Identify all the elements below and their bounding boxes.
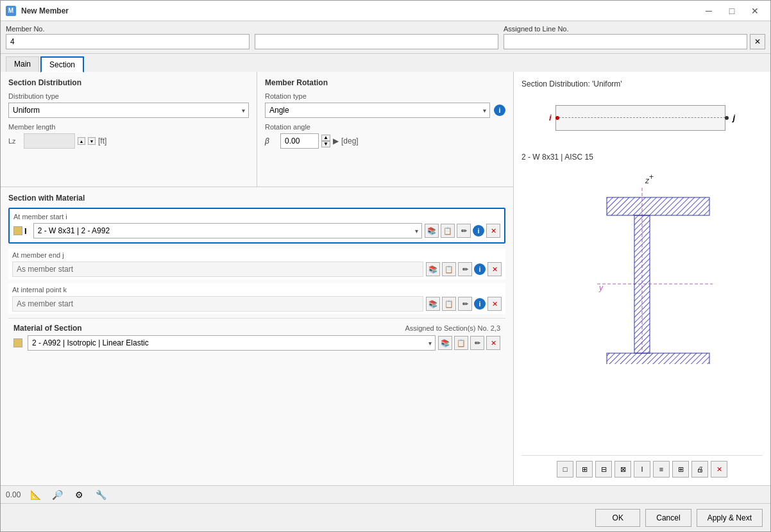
- view-btn-9[interactable]: ✕: [711, 461, 727, 478]
- top-fields: Member No. Assigned to Line No. ✕: [1, 21, 770, 54]
- lz-input[interactable]: [24, 133, 75, 149]
- at-internal-input: [12, 296, 423, 312]
- lz-down-button[interactable]: ▼: [88, 137, 96, 145]
- internal-delete-button[interactable]: ✕: [487, 297, 502, 311]
- cancel-button[interactable]: Cancel: [645, 509, 691, 527]
- assigned-group: Assigned to Line No. ✕: [504, 25, 765, 49]
- ok-button[interactable]: OK: [595, 509, 640, 527]
- start-edit-button[interactable]: ✏: [457, 224, 471, 238]
- end-info-icon[interactable]: i: [474, 263, 486, 275]
- material-header: Material of Section Assigned to Section(…: [13, 324, 500, 333]
- start-info-icon[interactable]: i: [473, 225, 484, 237]
- start-library-button[interactable]: 📚: [425, 224, 439, 238]
- svg-rect-7: [634, 215, 650, 353]
- middle-input[interactable]: [255, 34, 498, 49]
- end-delete-button[interactable]: ✕: [487, 262, 502, 276]
- assigned-row: ✕: [504, 34, 765, 49]
- middle-label: [255, 25, 498, 33]
- start-delete-button[interactable]: ✕: [486, 224, 500, 238]
- material-icons: 📚 📋 ✏ ✕: [438, 336, 500, 350]
- start-select-wrapper: 2 - W 8x31 | 2 - A992 ▾: [33, 223, 422, 238]
- status-btn-2[interactable]: 🔎: [50, 488, 64, 502]
- beam-rect: [555, 105, 725, 131]
- member-no-group: Member No.: [6, 25, 250, 49]
- status-btn-3[interactable]: ⚙: [72, 488, 86, 502]
- material-color-swatch: [13, 338, 22, 347]
- view-btn-2[interactable]: ⊞: [576, 461, 593, 478]
- member-length-row: Member length Lz ▲ ▼ [ft]: [8, 123, 249, 149]
- view-btn-4[interactable]: ⊠: [614, 461, 631, 478]
- tab-section[interactable]: Section: [40, 56, 84, 72]
- footer-buttons: OK Cancel Apply & Next: [1, 503, 770, 531]
- at-internal-row: At internal point k 📚 📋 ✏ i ✕: [8, 283, 505, 314]
- rot-info-icon[interactable]: i: [494, 104, 505, 116]
- lz-label: Lz: [8, 137, 21, 145]
- upper-two-col: Section Distribution Distribution type U…: [1, 72, 513, 187]
- internal-edit-button[interactable]: ✏: [458, 297, 472, 311]
- rot-type-select[interactable]: Angle Parallel to CS Defined by point: [265, 103, 490, 118]
- view-btn-6[interactable]: ≡: [653, 461, 670, 478]
- maximize-button[interactable]: □: [722, 4, 742, 17]
- internal-library-button[interactable]: 📚: [426, 297, 440, 311]
- beam-node-j-dot: [725, 116, 729, 120]
- at-start-label: At member start i: [13, 213, 500, 220]
- end-edit-button[interactable]: ✏: [458, 262, 472, 276]
- lz-up-button[interactable]: ▲: [78, 137, 85, 145]
- start-color-swatch: [13, 226, 22, 235]
- tab-main[interactable]: Main: [6, 56, 39, 72]
- view-btn-8[interactable]: 🖨: [691, 461, 708, 478]
- apply-next-button[interactable]: Apply & Next: [697, 509, 763, 527]
- status-btn-4[interactable]: 🔧: [94, 488, 108, 502]
- at-start-select[interactable]: 2 - W 8x31 | 2 - A992: [33, 223, 422, 238]
- right-bottom-icons: □ ⊞ ⊟ ⊠ Ι ≡ ⊞ 🖨 ✕: [521, 455, 763, 478]
- dist-type-select[interactable]: Uniform Trapezoidal Stepped: [8, 103, 249, 118]
- material-library-button[interactable]: 📚: [438, 336, 452, 350]
- coords-value: 0.00: [6, 490, 21, 499]
- beam-diagram: i j: [549, 100, 735, 138]
- start-icons: 📚 📋 ✏ i ✕: [425, 224, 500, 238]
- material-select[interactable]: 2 - A992 | Isotropic | Linear Elastic: [28, 335, 436, 351]
- view-btn-7[interactable]: ⊞: [672, 461, 689, 478]
- assigned-input[interactable]: [504, 34, 747, 49]
- internal-icons: 📚 📋 ✏ i ✕: [426, 297, 502, 311]
- section-distribution-panel: Section Distribution Distribution type U…: [1, 72, 257, 187]
- view-btn-3[interactable]: ⊟: [595, 461, 612, 478]
- beam-centerline: [555, 117, 725, 118]
- lz-unit: [ft]: [98, 137, 106, 145]
- section-with-material-panel: Section with Material At member start i …: [1, 187, 513, 485]
- minimize-button[interactable]: ─: [699, 4, 719, 17]
- member-no-label: Member No.: [6, 25, 250, 33]
- close-button[interactable]: ✕: [745, 4, 765, 17]
- beta-up-button[interactable]: ▲: [321, 135, 330, 141]
- material-edit-button[interactable]: ✏: [470, 336, 484, 350]
- beam-node-i-label: i: [549, 113, 552, 122]
- end-library-button[interactable]: 📚: [426, 262, 440, 276]
- view-btn-5[interactable]: Ι: [634, 461, 650, 478]
- at-internal-label: At internal point k: [12, 286, 502, 294]
- svg-text:y: y: [598, 283, 604, 292]
- internal-copy-button[interactable]: 📋: [442, 297, 456, 311]
- status-btn-1[interactable]: 📐: [28, 488, 42, 502]
- svg-rect-8: [607, 353, 709, 364]
- member-no-input[interactable]: [6, 34, 250, 49]
- material-copy-button[interactable]: 📋: [454, 336, 468, 350]
- beta-down-button[interactable]: ▼: [321, 141, 330, 147]
- middle-group: [255, 25, 498, 49]
- internal-info-icon[interactable]: i: [474, 298, 486, 310]
- lz-row: Lz ▲ ▼ [ft]: [8, 133, 249, 149]
- app-icon: M: [6, 6, 16, 16]
- rot-angle-row: Rotation angle β ▲ ▼ ▶ [deg]: [265, 123, 505, 149]
- at-end-label: At member end j: [12, 251, 502, 259]
- at-start-box: At member start i Ι 2 - W 8x31 | 2 - A99…: [8, 208, 505, 244]
- window-controls: ─ □ ✕: [699, 4, 765, 17]
- section-name-label: 2 - W 8x31 | AISC 15: [521, 153, 763, 162]
- assigned-pick-button[interactable]: ✕: [750, 34, 765, 49]
- start-copy-button[interactable]: 📋: [441, 224, 455, 238]
- beta-label: β: [265, 137, 278, 145]
- view-btn-1[interactable]: □: [557, 461, 573, 478]
- end-copy-button[interactable]: 📋: [442, 262, 456, 276]
- h-beam-diagram-container: z + y: [521, 172, 763, 364]
- beta-input[interactable]: [280, 133, 319, 149]
- section-dist-preview-label: Section Distribution: 'Uniform': [521, 79, 763, 88]
- material-delete-button[interactable]: ✕: [486, 336, 500, 350]
